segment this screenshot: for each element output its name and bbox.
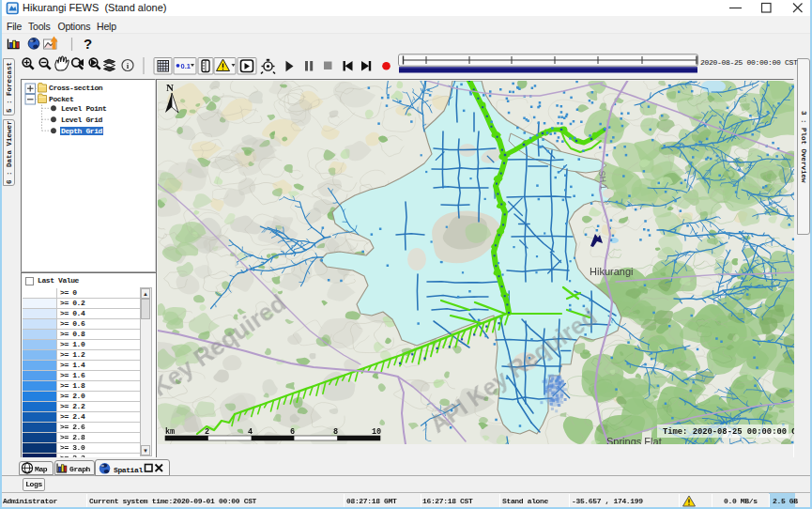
svg-text:km: km — [165, 427, 175, 437]
svg-text:6: 6 — [290, 427, 295, 437]
svg-text:Time: 2020-08-25 00:00:00 CST: Time: 2020-08-25 00:00:00 CST — [663, 427, 794, 437]
svg-text:SH 1: SH 1 — [597, 170, 608, 190]
svg-text:Hikurangi: Hikurangi — [590, 266, 633, 277]
svg-text:Springs Flat: Springs Flat — [606, 436, 662, 444]
svg-text:i: i — [127, 61, 130, 70]
svg-text:4: 4 — [248, 427, 253, 437]
svg-text:N: N — [166, 82, 174, 93]
svg-text:2: 2 — [205, 427, 209, 437]
svg-text:8: 8 — [333, 427, 338, 437]
svg-text:10: 10 — [372, 427, 381, 437]
svg-text:0.1: 0.1 — [181, 62, 191, 70]
